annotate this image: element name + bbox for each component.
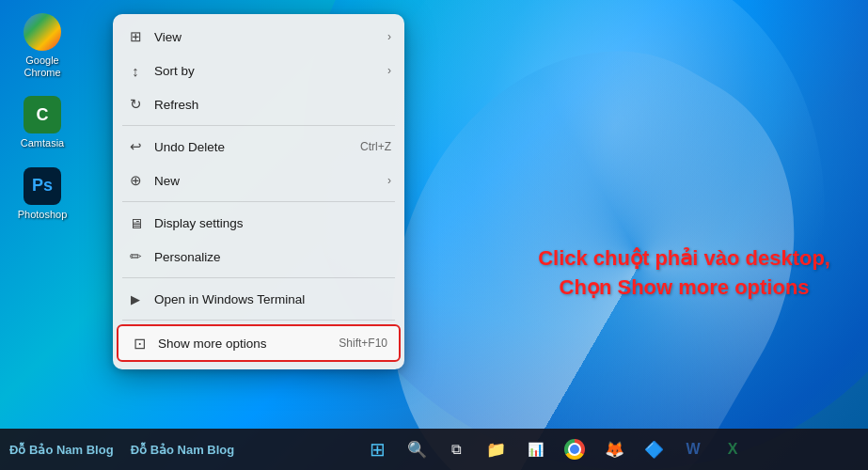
camtasia-icon-image: C <box>24 96 61 133</box>
windows-logo-icon: ⊞ <box>370 438 386 461</box>
desktop: GoogleChrome C Camtasia Ps Photoshop ⊞ V… <box>0 0 868 470</box>
menu-item-undo-delete[interactable]: ↩ Undo Delete Ctrl+Z <box>113 130 404 164</box>
edge-icon: 🔷 <box>644 440 664 460</box>
annotation-line1: Click chuột phải vào desktop, <box>538 244 830 274</box>
taskbar-search-button[interactable]: 🔍 <box>400 432 434 466</box>
taskbar-fileexplorer-button[interactable]: 📁 <box>479 432 513 466</box>
firefox-icon: 🦊 <box>605 440 624 460</box>
refresh-label: Refresh <box>154 98 391 112</box>
menu-item-personalize[interactable]: ✏ Personalize <box>113 240 404 274</box>
view-icon: ⊞ <box>126 27 145 46</box>
undo-icon: ↩ <box>126 137 145 156</box>
display-icon: 🖥 <box>126 213 145 232</box>
terminal-icon: ▶ <box>126 290 145 308</box>
show-more-icon: ⊡ <box>130 334 149 352</box>
annotation-text: Click chuột phải vào desktop, Chọn Show … <box>538 244 830 303</box>
taskbar-brand-2: Đỗ Bảo Nam Blog <box>131 443 235 457</box>
search-icon: 🔍 <box>407 440 427 460</box>
menu-item-display-settings[interactable]: 🖥 Display settings <box>113 206 404 240</box>
undo-shortcut: Ctrl+Z <box>360 140 391 153</box>
chrome-icon-desktop[interactable]: GoogleChrome <box>9 9 75 83</box>
taskbar-center: ⊞ 🔍 ⧉ 📁 📊 🦊 <box>251 432 859 466</box>
taskbar-firefox-button[interactable]: 🦊 <box>597 432 631 466</box>
show-more-label: Show more options <box>158 337 329 351</box>
taskbar-excel-button[interactable]: X <box>716 432 750 466</box>
sort-icon: ↕ <box>126 61 145 80</box>
divider-2 <box>122 201 395 202</box>
context-menu: ⊞ View › ↕ Sort by › ↻ Refresh ↩ Undo De… <box>113 14 404 369</box>
chrome-taskbar-icon <box>564 439 585 460</box>
photoshop-icon-desktop[interactable]: Ps Photoshop <box>9 164 75 225</box>
refresh-icon: ↻ <box>126 95 145 114</box>
excel-icon: X <box>728 441 738 458</box>
taskbar: Đỗ Bảo Nam Blog Đỗ Bảo Nam Blog ⊞ 🔍 ⧉ 📁 … <box>0 429 868 470</box>
menu-item-terminal[interactable]: ▶ Open in Windows Terminal <box>113 282 404 316</box>
windows-start-button[interactable]: ⊞ <box>360 432 394 466</box>
app1-icon: 📊 <box>528 442 544 457</box>
divider-1 <box>122 125 395 126</box>
personalize-label: Personalize <box>154 250 391 264</box>
taskbar-chrome-button[interactable] <box>558 432 592 466</box>
new-icon: ⊕ <box>126 171 145 190</box>
sort-arrow: › <box>387 64 391 77</box>
desktop-icons: GoogleChrome C Camtasia Ps Photoshop <box>9 9 75 225</box>
new-label: New <box>154 174 374 188</box>
taskbar-app1-button[interactable]: 📊 <box>518 432 552 466</box>
fileexplorer-icon: 📁 <box>486 440 506 460</box>
menu-item-new[interactable]: ⊕ New › <box>113 164 404 197</box>
menu-item-sort-by[interactable]: ↕ Sort by › <box>113 54 404 87</box>
camtasia-icon-label: Camtasia <box>21 137 64 149</box>
new-arrow: › <box>387 174 391 187</box>
word-icon: W <box>687 441 701 458</box>
ps-icon-image: Ps <box>24 167 61 205</box>
personalize-icon: ✏ <box>126 247 145 266</box>
show-more-shortcut: Shift+F10 <box>339 337 387 350</box>
taskbar-word-button[interactable]: W <box>676 432 710 466</box>
taskbar-brand-1: Đỗ Bảo Nam Blog <box>9 443 114 457</box>
taskview-icon: ⧉ <box>451 441 462 458</box>
display-label: Display settings <box>154 216 391 230</box>
view-arrow: › <box>387 30 391 43</box>
view-label: View <box>154 30 374 44</box>
taskbar-taskview-button[interactable]: ⧉ <box>439 432 473 466</box>
menu-item-refresh[interactable]: ↻ Refresh <box>113 87 404 121</box>
terminal-label: Open in Windows Terminal <box>154 292 391 306</box>
menu-item-show-more[interactable]: ⊡ Show more options Shift+F10 <box>117 324 401 362</box>
photoshop-icon-label: Photoshop <box>18 209 68 221</box>
taskbar-edge-button[interactable]: 🔷 <box>637 432 671 466</box>
chrome-icon-image <box>24 13 61 51</box>
annotation-line2: Chọn Show more options <box>538 274 830 303</box>
menu-item-view[interactable]: ⊞ View › <box>113 20 404 54</box>
camtasia-icon-desktop[interactable]: C Camtasia <box>9 92 75 153</box>
divider-4 <box>122 320 395 321</box>
chrome-icon-label: GoogleChrome <box>24 55 60 79</box>
undo-label: Undo Delete <box>154 140 351 154</box>
divider-3 <box>122 277 395 278</box>
sort-label: Sort by <box>154 64 374 78</box>
